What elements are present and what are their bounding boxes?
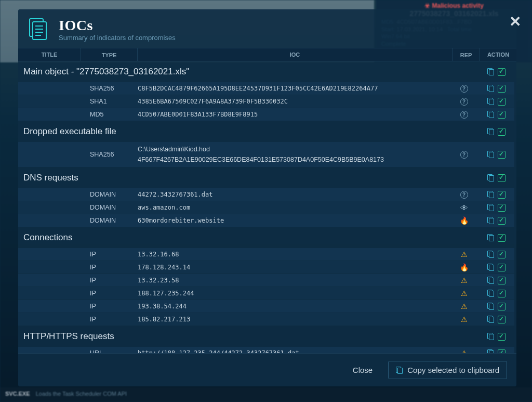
copy-icon[interactable]: [487, 277, 495, 284]
copy-icon[interactable]: [487, 85, 495, 92]
select-checkbox[interactable]: [498, 217, 506, 225]
ioc-value: 178.128.243.14: [138, 264, 450, 271]
select-checkbox[interactable]: [498, 98, 506, 106]
iocs-icon: [25, 17, 50, 42]
copy-icon[interactable]: [487, 234, 495, 241]
ioc-value: 13.32.23.58: [138, 277, 450, 284]
ioc-type: IP: [81, 264, 138, 271]
warning-icon[interactable]: ⚠: [461, 276, 468, 284]
select-checkbox[interactable]: [498, 174, 506, 182]
eye-icon[interactable]: 👁: [460, 203, 468, 212]
copy-icon[interactable]: [487, 174, 495, 181]
action-cell: [478, 251, 514, 258]
help-icon[interactable]: ?: [460, 191, 468, 199]
help-icon[interactable]: ?: [460, 98, 468, 106]
copy-icon[interactable]: [487, 128, 495, 135]
ioc-type: DOMAIN: [81, 217, 138, 224]
rep-cell: 👁: [450, 203, 478, 212]
warning-icon[interactable]: ⚠: [461, 302, 468, 310]
ioc-type: DOMAIN: [81, 191, 138, 198]
copy-icon[interactable]: [487, 303, 495, 310]
select-checkbox[interactable]: [498, 264, 506, 271]
action-cell: [478, 217, 514, 225]
action-cell: [478, 290, 514, 297]
close-icon[interactable]: ✕: [509, 13, 523, 27]
select-checkbox[interactable]: [498, 290, 506, 297]
ioc-row: IP188.127.235.244⚠: [18, 287, 514, 300]
ioc-type: DOMAIN: [81, 204, 138, 211]
ioc-row: IP185.82.217.213⚠: [18, 313, 514, 326]
select-checkbox[interactable]: [498, 68, 506, 76]
rep-cell: ?: [450, 191, 478, 199]
rep-cell: 🔥: [450, 216, 478, 225]
ioc-value: C:\Users\admin\Kiod.hod4F667F4267B2A1E90…: [138, 144, 450, 165]
ioc-value: 185.82.217.213: [138, 316, 450, 323]
copy-icon[interactable]: [487, 217, 495, 224]
ioc-row: IP13.32.23.58⚠: [18, 274, 514, 287]
help-icon[interactable]: ?: [460, 85, 468, 93]
copy-icon[interactable]: [487, 98, 495, 105]
ioc-modal: IOCs Summary of indicators of compromise…: [18, 9, 516, 386]
copy-icon[interactable]: [487, 204, 495, 211]
ioc-value: C8F5B2DCAC4879F62665A195D8EE24537D931F12…: [138, 85, 450, 92]
select-checkbox[interactable]: [498, 151, 506, 159]
copy-icon[interactable]: [487, 151, 495, 158]
rep-cell: ⚠: [450, 315, 478, 323]
fire-icon[interactable]: 🔥: [460, 263, 469, 271]
action-cell: [478, 191, 514, 199]
warning-icon[interactable]: ⚠: [461, 315, 468, 323]
select-checkbox[interactable]: [498, 333, 506, 341]
ioc-value: http://188.127.235.244/44272.3432767361.…: [138, 349, 450, 353]
ioc-row: DOMAINaws.amazon.com👁: [18, 201, 514, 214]
svg-rect-1: [33, 22, 46, 40]
help-icon[interactable]: ?: [460, 111, 468, 119]
select-checkbox[interactable]: [498, 251, 506, 258]
copy-icon[interactable]: [487, 349, 495, 353]
section-heading: Main object - "2775038273_03162021.xls": [18, 61, 514, 82]
select-checkbox[interactable]: [498, 204, 506, 212]
ioc-value: 188.127.235.244: [138, 290, 450, 297]
copy-selected-button[interactable]: Copy selected to clipboard: [388, 361, 507, 379]
ioc-value: 4385E6BA67509C027F6A9A8A3739F0F5B330032C: [138, 98, 450, 105]
warning-icon[interactable]: ⚠: [461, 349, 468, 353]
modal-header: IOCs Summary of indicators of compromise…: [18, 9, 516, 48]
copy-icon: [396, 367, 403, 374]
ioc-row: IP13.32.16.68⚠: [18, 248, 514, 261]
ioc-type: URL: [81, 349, 138, 353]
select-checkbox[interactable]: [498, 128, 506, 136]
copy-icon[interactable]: [487, 251, 495, 258]
fire-icon[interactable]: 🔥: [460, 216, 469, 225]
select-checkbox[interactable]: [498, 277, 506, 284]
copy-icon[interactable]: [487, 68, 495, 75]
select-checkbox[interactable]: [498, 316, 506, 323]
ioc-row: DOMAIN44272.3432767361.dat?: [18, 188, 514, 201]
action-cell: [478, 98, 514, 106]
close-button[interactable]: Close: [348, 362, 378, 378]
copy-icon[interactable]: [487, 290, 495, 297]
help-icon[interactable]: ?: [460, 151, 468, 159]
modal-subtitle: Summary of indicators of compromises: [59, 34, 176, 42]
select-checkbox[interactable]: [498, 349, 506, 354]
select-checkbox[interactable]: [498, 234, 506, 242]
warning-icon[interactable]: ⚠: [461, 250, 468, 258]
copy-icon[interactable]: [487, 191, 495, 198]
select-checkbox[interactable]: [498, 111, 506, 119]
select-checkbox[interactable]: [498, 303, 506, 310]
warning-icon[interactable]: ⚠: [461, 289, 468, 297]
select-checkbox[interactable]: [498, 191, 506, 199]
rep-cell: ?: [450, 85, 478, 93]
copy-icon[interactable]: [487, 111, 495, 118]
ioc-scroll[interactable]: Main object - "2775038273_03162021.xls"S…: [18, 61, 516, 353]
action-cell: [478, 204, 514, 212]
ioc-type: IP: [81, 303, 138, 310]
ioc-row: URLhttp://188.127.235.244/44272.34327673…: [18, 347, 514, 353]
copy-icon[interactable]: [487, 316, 495, 323]
rep-cell: ?: [450, 98, 478, 106]
copy-icon[interactable]: [487, 333, 495, 340]
rep-cell: ⚠: [450, 302, 478, 310]
action-cell: [478, 277, 514, 284]
select-checkbox[interactable]: [498, 85, 506, 93]
ioc-value: 13.32.16.68: [138, 251, 450, 258]
copy-icon[interactable]: [487, 264, 495, 271]
ioc-type: SHA256: [81, 85, 138, 92]
